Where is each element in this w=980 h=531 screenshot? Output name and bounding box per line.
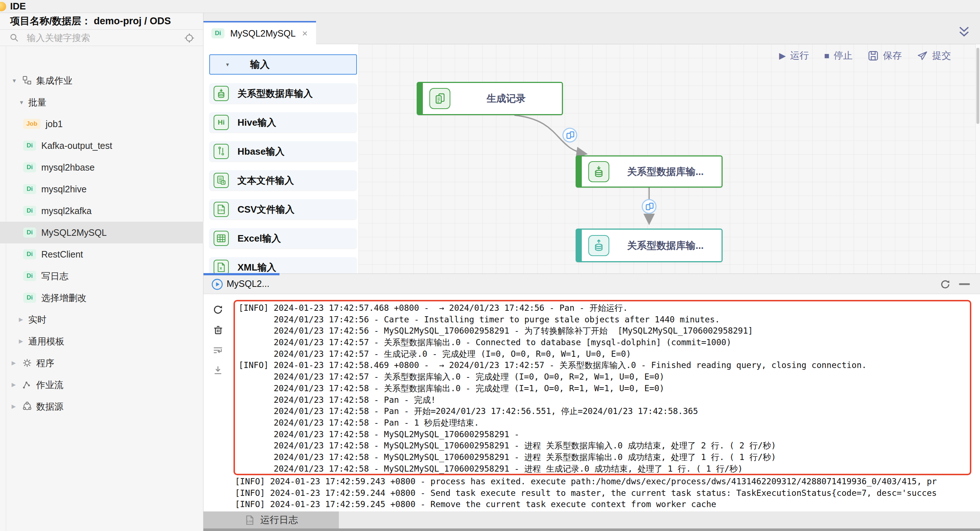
submit-button[interactable]: 提交 (917, 49, 951, 62)
refresh-icon[interactable] (212, 304, 224, 316)
sync-icon[interactable] (939, 279, 951, 290)
tree-item-write-log[interactable]: Di 写日志 (0, 265, 204, 287)
tree-item-job1[interactable]: Job job1 (0, 113, 204, 135)
chevron-right-icon[interactable]: ▶ (11, 381, 21, 388)
search-input[interactable] (26, 31, 172, 44)
tree-item-mysql2hbase[interactable]: Di mysql2hbase (0, 156, 204, 178)
chevron-right-icon[interactable]: ▶ (11, 403, 21, 410)
log-line: 2024/01/23 17:42:58 - MySQL2MySQL_170600… (239, 429, 867, 440)
word-wrap-icon[interactable] (212, 344, 224, 356)
log-panel-body: [INFO] 2024-01-23 17:42:57.468 +0800 - →… (204, 295, 980, 512)
tree-item-realtime[interactable]: ▶ 实时 (0, 309, 204, 330)
close-icon[interactable]: × (302, 28, 308, 39)
di-badge: Di (23, 271, 36, 281)
palette-item-hbase-input[interactable]: Hbase输入 (209, 141, 357, 161)
log-line: 2024/01/23 17:42:56 - MySQL2MySQL_170600… (239, 325, 867, 337)
canvas-scrollbar[interactable] (975, 44, 980, 273)
play-icon: ▶ (779, 51, 786, 60)
tree-item-mysql2hive[interactable]: Di mysql2hive (0, 178, 204, 200)
svg-text:LOG: LOG (247, 520, 253, 523)
minimize-icon[interactable] (959, 283, 970, 285)
log-line: 2024/01/23 17:42:58 - Pan - 完成! (239, 394, 867, 406)
tree-item-label: 集成作业 (36, 75, 72, 86)
save-button[interactable]: 保存 (868, 49, 902, 62)
ide-window: IDE 项目名称/数据层： demo-proj / ODS ▼ 集成作业 ▼ 批… (0, 0, 980, 531)
tree-item-label: job1 (46, 119, 63, 129)
chevron-right-icon[interactable]: ▶ (19, 316, 28, 323)
log-line: 2024/01/23 17:42:57 - 生成记录.0 - 完成处理 (I=0… (239, 348, 867, 360)
palette-item-text-file-input[interactable]: 文本文件输入 (209, 170, 357, 191)
run-label: 运行 (790, 49, 809, 62)
tree-item-label: mysql2kafka (41, 206, 92, 216)
submit-label: 提交 (932, 49, 951, 62)
chevron-right-icon[interactable]: ▶ (11, 360, 21, 366)
tree-item-label: MySQL2MySQL (41, 228, 107, 238)
log-line: 2024/01/23 17:42:58 - Pan - 开始=2024/01/2… (239, 406, 867, 417)
tab-mysql2mysql[interactable]: Di MySQL2MySQL × (204, 21, 316, 44)
palette-group-input[interactable]: ▼ 输入 (209, 54, 357, 75)
tree-item-integration-jobs[interactable]: ▼ 集成作业 (0, 70, 204, 91)
tree-item-datasource[interactable]: ▶ 数据源 (0, 395, 204, 417)
tree-item-restclient[interactable]: Di RestClient (0, 243, 204, 265)
run-button[interactable]: ▶ 运行 (779, 49, 809, 62)
chevron-down-icon[interactable]: ▼ (11, 78, 21, 84)
save-label: 保存 (883, 49, 902, 62)
csv-file-icon: CSV (213, 202, 229, 217)
tree-item-label: 实时 (28, 314, 46, 325)
node-db-input[interactable]: 关系型数据库输... (576, 155, 722, 188)
generate-records-icon (430, 88, 450, 109)
palette-item-hive-input[interactable]: Hi Hive输入 (209, 112, 357, 132)
chevron-down-icon[interactable]: ▼ (19, 99, 28, 105)
edge-copy-badge-icon[interactable] (641, 199, 657, 214)
tree-item-mysql2mysql-selected[interactable]: Di MySQL2MySQL (0, 222, 204, 243)
chevron-down-icon: ▼ (225, 62, 230, 67)
run-log-tab[interactable]: LOG 运行日志 (204, 512, 339, 528)
bottom-strip (204, 528, 980, 531)
tree-item-batch[interactable]: ▼ 批量 (0, 91, 204, 113)
palette-item-excel-input[interactable]: Excel输入 (209, 228, 357, 249)
save-icon (868, 50, 879, 61)
palette-item-csv-input[interactable]: CSV CSV文件输入 (209, 199, 357, 220)
job-badge: Job (23, 119, 41, 129)
node-label: 关系型数据库输... (609, 239, 722, 252)
hierarchy-icon (22, 75, 33, 86)
project-header: 项目名称/数据层： demo-proj / ODS (0, 13, 203, 30)
palette-item-label: Excel输入 (237, 232, 281, 245)
log-line: [INFO] 2024-01-23 17:42:59.245 +0800 - R… (235, 499, 977, 510)
log-line: [INFO] 2024-01-23 17:42:59.244 +0800 - S… (235, 488, 977, 499)
stop-button[interactable]: ■ 停止 (824, 49, 853, 62)
tree-item-program[interactable]: ▶ 程序 (0, 352, 204, 374)
locate-icon[interactable] (184, 33, 195, 43)
tree-item-common-template[interactable]: ▶ 通用模板 (0, 330, 204, 352)
log-line: 2024/01/23 17:42:58 - 关系型数据库输出.0 - 完成处理 … (239, 383, 867, 394)
trash-icon[interactable] (212, 324, 224, 336)
tree-item-select-crud[interactable]: Di 选择增删改 (0, 287, 204, 309)
edge-copy-badge-icon[interactable] (562, 128, 578, 143)
log-line: 2024/01/23 17:42:58 - Pan - 1 秒后处理结束. (239, 417, 867, 429)
play-circle-icon (212, 279, 223, 290)
run-log-tab-label: 运行日志 (260, 513, 298, 526)
stop-label: 停止 (834, 49, 853, 62)
hbase-icon (213, 144, 229, 159)
node-generate-records[interactable]: 生成记录 (417, 82, 563, 115)
double-chevron-down-icon[interactable] (958, 26, 970, 38)
tree-item-mysql2kafka[interactable]: Di mysql2kafka (0, 200, 204, 222)
project-sidebar: 项目名称/数据层： demo-proj / ODS ▼ 集成作业 ▼ 批量 Jo… (0, 13, 204, 531)
di-badge: Di (23, 249, 36, 259)
di-badge: Di (23, 162, 36, 172)
tree-item-label: 写日志 (41, 270, 68, 282)
app-logo-icon (0, 2, 6, 11)
tree-item-workflow[interactable]: ▶ 作业流 (0, 374, 204, 395)
palette-item-db-input[interactable]: 关系型数据库输入 (209, 83, 357, 104)
scrollbar-thumb[interactable] (976, 48, 979, 124)
scroll-to-bottom-icon[interactable] (212, 365, 224, 376)
log-highlight-box: [INFO] 2024-01-23 17:42:57.468 +0800 - →… (234, 300, 971, 475)
node-db-output[interactable]: 关系型数据库输... (576, 228, 722, 262)
tree-item-kafka-output-test[interactable]: Di Kafka-output_test (0, 135, 204, 156)
tree-item-label: Kafka-output_test (41, 140, 112, 151)
db-output-icon (588, 235, 609, 256)
log-bottom-tabbar: LOG 运行日志 (204, 512, 980, 528)
log-line: 2024/01/23 17:42:56 - Carte - Installing… (239, 314, 867, 325)
di-badge: Di (23, 184, 36, 194)
chevron-right-icon[interactable]: ▶ (19, 338, 28, 344)
